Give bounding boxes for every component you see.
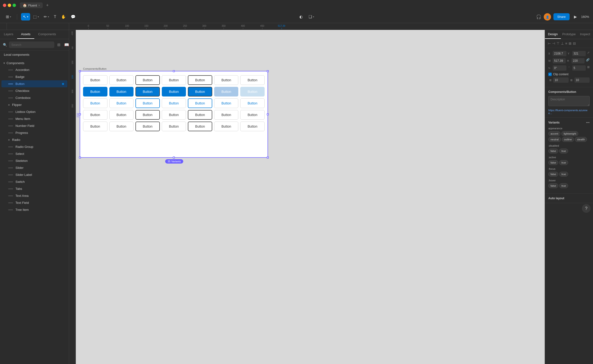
btn-r3-c5[interactable]: Button [188, 98, 212, 108]
frame-button[interactable]: ⬚ ▾ [31, 13, 41, 21]
btn-r5-c1[interactable]: Button [83, 122, 107, 131]
component-item-menuitem[interactable]: Menu Item [1, 115, 67, 122]
tag-active-true[interactable]: true [559, 160, 568, 165]
tab-assets[interactable]: Assets [17, 30, 34, 39]
component-item-button[interactable]: Button [1, 80, 67, 87]
handle-tr[interactable] [267, 70, 269, 72]
component-item-badge[interactable]: Badge [1, 73, 67, 80]
btn-r4-c5[interactable]: Button [188, 110, 212, 120]
tab-prototype[interactable]: Prototype [561, 30, 577, 39]
minimize-traffic-light[interactable] [8, 4, 11, 7]
contrast-button[interactable]: ◐ [297, 13, 305, 21]
distribute-icon[interactable]: ⊟ [573, 41, 576, 45]
btn-r5-c3[interactable]: Button [135, 122, 160, 131]
x-value[interactable]: 2108.7 [553, 51, 566, 56]
btn-r1-c1[interactable]: Button [83, 75, 107, 85]
tab-design[interactable]: Design [545, 30, 561, 39]
tag-active-false[interactable]: false [548, 160, 558, 165]
handle-mr[interactable] [267, 113, 269, 115]
btn-r3-c3[interactable]: Button [135, 98, 160, 108]
insert-button[interactable]: ⊞ ▾ [4, 13, 13, 21]
tag-hover-true[interactable]: true [559, 183, 568, 188]
btn-r4-c2[interactable]: Button [109, 110, 134, 120]
btn-r3-c6[interactable]: Button [214, 98, 239, 108]
component-item-progress[interactable]: Progress [1, 129, 67, 136]
align-top-icon[interactable]: ⊥ [561, 41, 564, 45]
hand-button[interactable]: ✋ [59, 13, 68, 21]
component-item-numberfield[interactable]: Number Field [1, 122, 67, 129]
component-button[interactable]: ❑ ▾ [307, 13, 316, 21]
btn-r1-c5[interactable]: Button [188, 75, 212, 85]
btn-r1-c7[interactable]: Button [240, 75, 265, 85]
component-item-sliderlabel[interactable]: Slider Label [1, 171, 67, 178]
tab-layers[interactable]: Layers [0, 30, 17, 39]
component-item-radiogroup[interactable]: Radio Group [1, 143, 67, 150]
align-bottom-icon[interactable]: ⊞ [569, 41, 572, 45]
component-item-checkbox[interactable]: Checkbox [1, 87, 67, 94]
align-right-icon[interactable]: ⊤ [557, 41, 559, 45]
select-button[interactable]: ↖ ▾ [21, 13, 30, 21]
y-value[interactable]: 321 [572, 51, 586, 56]
handle-tl[interactable] [79, 70, 81, 72]
handle-tm[interactable] [173, 70, 175, 72]
component-item-slider[interactable]: Slider [1, 164, 67, 171]
constrain-icon[interactable]: 🔗 [586, 58, 590, 63]
components-header[interactable]: ▾ Components [0, 60, 69, 66]
btn-r2-c5[interactable]: Button [188, 87, 212, 96]
resize-icon[interactable]: ⤢ [587, 51, 590, 56]
btn-r1-c4[interactable]: Button [162, 75, 186, 85]
comment-button[interactable]: 💬 [69, 13, 78, 21]
component-item-select[interactable]: Select [1, 150, 67, 157]
btn-r3-c1[interactable]: Button [83, 98, 107, 108]
play-button[interactable]: ▶ [572, 13, 579, 21]
btn-r4-c7[interactable]: Button [240, 110, 265, 120]
component-item-treeitem[interactable]: Tree Item [1, 206, 67, 213]
tag-focus-true[interactable]: true [559, 172, 568, 177]
search-input[interactable] [9, 41, 54, 48]
btn-r4-c3[interactable]: Button [135, 110, 160, 120]
btn-r2-c4[interactable]: Button [162, 87, 186, 96]
tag-neutral[interactable]: neutral [548, 137, 561, 142]
help-button[interactable]: ? [582, 204, 591, 213]
handle-bl[interactable] [79, 157, 81, 158]
component-item-flipper[interactable]: Flipper [1, 101, 67, 108]
btn-r3-c7[interactable]: Button [240, 98, 265, 108]
share-button[interactable]: Share [553, 13, 570, 20]
btn-r5-c2[interactable]: Button [109, 122, 134, 131]
btn-r4-c1[interactable]: Button [83, 110, 107, 120]
tag-disabled-false[interactable]: false [548, 149, 558, 153]
description-input[interactable] [548, 96, 590, 106]
component-item-textarea[interactable]: Text Area [1, 192, 67, 199]
btn-r2-c6[interactable]: Button [214, 87, 239, 96]
btn-r1-c2[interactable]: Button [109, 75, 134, 85]
btn-r2-c2[interactable]: Button [109, 87, 134, 96]
corner-value[interactable]: 5 [572, 65, 586, 71]
component-item-switch[interactable]: Switch [1, 178, 67, 185]
close-traffic-light[interactable] [3, 4, 6, 7]
h-value[interactable]: 220 [572, 58, 585, 63]
btn-r4-c6[interactable]: Button [214, 110, 239, 120]
tab-close-icon[interactable]: × [38, 4, 40, 7]
clip-checkbox[interactable]: ✓ [548, 73, 552, 76]
component-frame[interactable]: Button Button Button Button Button Butto… [80, 71, 268, 158]
tag-focus-false[interactable]: false [548, 172, 558, 177]
component-item-textfield[interactable]: Text Field [1, 199, 67, 206]
tag-accent[interactable]: accent [548, 131, 560, 136]
handle-br[interactable] [267, 157, 269, 158]
add-tab-button[interactable]: + [45, 3, 50, 8]
component-item-tabs[interactable]: Tabs [1, 185, 67, 192]
canvas-content[interactable]: Components/Button [76, 30, 545, 364]
btn-r5-c5[interactable]: Button [188, 122, 212, 131]
rotation-value[interactable]: 0° [553, 65, 566, 71]
canvas[interactable]: -100 -90 150 220 300 350 Components/Butt… [69, 30, 545, 364]
tag-hover-false[interactable]: false [548, 183, 558, 188]
component-item-skeleton[interactable]: Skeleton [1, 157, 67, 164]
align-center-v-icon[interactable]: ≡ [565, 41, 567, 45]
tag-lightweight[interactable]: lightweight [561, 131, 578, 136]
btn-r5-c7[interactable]: Button [240, 122, 265, 131]
btn-r2-c7[interactable]: Button [240, 87, 265, 96]
w-value[interactable]: 517.39 [553, 58, 566, 63]
variants-menu-button[interactable]: ••• [586, 121, 590, 124]
align-center-h-icon[interactable]: ⊣ [552, 41, 555, 45]
component-item-listbox[interactable]: Listbox Option [1, 108, 67, 115]
